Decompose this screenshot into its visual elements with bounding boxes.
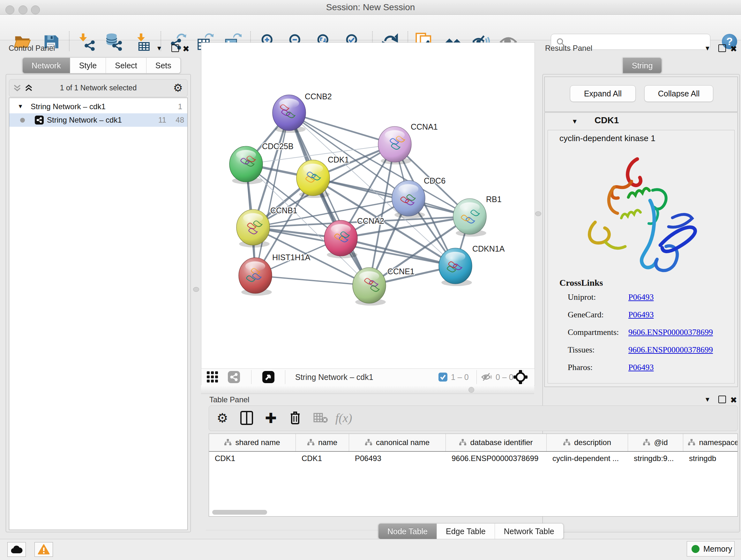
window-titlebar: Session: New Session bbox=[0, 0, 741, 15]
network-label: String Network – cdk1 bbox=[47, 116, 122, 125]
crosslink-row: GeneCard:P06493 bbox=[559, 310, 732, 327]
column-header-name[interactable]: name bbox=[296, 434, 349, 451]
import-network-file-button[interactable] bbox=[76, 31, 97, 52]
tab-network[interactable]: Network bbox=[22, 57, 70, 73]
results-panel-float-icon[interactable] bbox=[718, 44, 726, 52]
table-options-gear-icon[interactable]: ⚙ bbox=[213, 408, 232, 428]
crosshair-icon[interactable] bbox=[513, 369, 528, 385]
control-panel-collapse-icon[interactable]: ▼ bbox=[156, 45, 162, 52]
selected-nodes-edges-count: 1 – 0 bbox=[451, 373, 469, 382]
expand-all-button[interactable]: Expand All bbox=[570, 85, 636, 102]
table-cell[interactable]: stringdb:9... bbox=[628, 452, 683, 465]
delete-table-icon[interactable] bbox=[311, 408, 330, 428]
column-label: database identifier bbox=[470, 438, 533, 447]
tab-string[interactable]: String bbox=[623, 57, 662, 73]
table-panel-collapse-icon[interactable]: ▼ bbox=[704, 396, 711, 403]
network-list-options-gear-icon[interactable]: ⚙ bbox=[173, 81, 183, 94]
crosslink-link[interactable]: P06493 bbox=[628, 363, 654, 372]
results-panel-tabs: String bbox=[623, 57, 662, 73]
scrollbar-thumb[interactable] bbox=[212, 510, 267, 515]
node-gloss bbox=[246, 261, 265, 271]
left-splitter-handle[interactable] bbox=[193, 287, 199, 292]
selected-checkbox-icon bbox=[438, 372, 448, 382]
crosslink-link[interactable]: P06493 bbox=[628, 293, 654, 302]
tab-style[interactable]: Style bbox=[70, 57, 106, 73]
main-toolbar: ? bbox=[0, 15, 741, 40]
network-graph: CCNB2CCNA1CDC25BCDK1CDC6RB1CCNB1CCNA2CDK… bbox=[201, 43, 535, 368]
import-network-database-button[interactable] bbox=[103, 31, 124, 52]
column-header-description[interactable]: description bbox=[547, 434, 628, 451]
node-gloss bbox=[303, 164, 323, 173]
database-network-icon bbox=[104, 33, 123, 51]
memory-button[interactable]: Memory bbox=[687, 541, 735, 557]
toolbar-separator bbox=[251, 370, 252, 384]
column-header--id[interactable]: @id bbox=[628, 434, 683, 451]
hidden-nodes-edges-count: 0 – 0 bbox=[495, 373, 514, 382]
crosslink-link[interactable]: 9606.ENSP00000378699 bbox=[628, 345, 713, 355]
network-collection-row[interactable]: ▼ String Network – cdk1 1 bbox=[9, 100, 187, 113]
network-list-toolbar: 1 of 1 Network selected ⚙ bbox=[9, 79, 188, 97]
crosslink-row: Uniprot:P06493 bbox=[559, 293, 732, 310]
crosslink-link[interactable]: 9606.ENSP00000378699 bbox=[628, 327, 713, 337]
table-type-tabs: Node TableEdge TableNetwork Table bbox=[378, 523, 563, 539]
column-label: name bbox=[318, 438, 337, 447]
table-panel-float-icon[interactable] bbox=[718, 395, 726, 403]
results-buttons-panel: Expand All Collapse All bbox=[544, 77, 738, 112]
warnings-button[interactable] bbox=[35, 542, 53, 557]
node-label: CDK1 bbox=[328, 155, 349, 164]
node-label: HIST1H1A bbox=[272, 253, 311, 262]
column-header-canonical-name[interactable]: canonical name bbox=[349, 434, 446, 451]
horizontal-splitter[interactable] bbox=[201, 385, 534, 394]
results-panel-collapse-icon[interactable]: ▼ bbox=[704, 45, 711, 52]
tab-node-table[interactable]: Node Table bbox=[378, 523, 437, 539]
table-cell[interactable]: CDK1 bbox=[296, 452, 349, 465]
column-header-namespace[interactable]: namespace bbox=[683, 434, 738, 451]
network-canvas[interactable]: CCNB2CCNA1CDC25BCDK1CDC6RB1CCNB1CCNA2CDK… bbox=[201, 43, 535, 369]
delete-column-trash-icon[interactable] bbox=[286, 408, 305, 428]
network-view-toolbar: String Network – cdk1 1 – 0 0 – 0 bbox=[201, 368, 535, 386]
tab-network-table[interactable]: Network Table bbox=[495, 523, 563, 539]
right-splitter-handle[interactable] bbox=[535, 211, 541, 216]
horizontal-scrollbar[interactable] bbox=[209, 510, 738, 515]
status-bar: Memory bbox=[0, 539, 741, 560]
network-selection-status: 1 of 1 Network selected bbox=[9, 84, 187, 92]
tab-edge-table[interactable]: Edge Table bbox=[437, 523, 495, 539]
control-panel-close-icon[interactable]: ✖ bbox=[183, 44, 190, 54]
network-row-selected[interactable]: String Network – cdk1 11 48 bbox=[9, 113, 187, 127]
table-row[interactable]: CDK1CDK1P064939606.ENSP00000378699cyclin… bbox=[209, 452, 738, 465]
table-cell[interactable]: stringdb bbox=[683, 452, 738, 465]
table-cell[interactable]: CDK1 bbox=[209, 452, 296, 465]
show-columns-icon[interactable] bbox=[237, 408, 256, 428]
table-cell[interactable]: 9606.ENSP00000378699 bbox=[446, 452, 547, 465]
crosslink-link[interactable]: P06493 bbox=[628, 310, 654, 320]
grid-view-icon[interactable] bbox=[206, 371, 219, 383]
hidden-eye-slash-icon bbox=[481, 372, 492, 382]
results-panel-close-icon[interactable]: ✖ bbox=[730, 44, 737, 54]
birds-eye-view-icon[interactable] bbox=[262, 371, 275, 383]
toolbar-separator bbox=[69, 31, 70, 51]
function-builder-button[interactable]: f(x) bbox=[334, 408, 353, 428]
protein-card-collapse-icon[interactable]: ▼ bbox=[571, 118, 578, 125]
column-header-shared-name[interactable]: shared name bbox=[209, 434, 296, 451]
node-label: CDC6 bbox=[424, 176, 446, 185]
cloud-tasks-button[interactable] bbox=[7, 542, 26, 557]
node-label: CCNA2 bbox=[357, 216, 384, 226]
control-panel-float-icon[interactable] bbox=[172, 44, 179, 52]
table-cell[interactable]: cyclin-dependent ... bbox=[547, 452, 628, 465]
table-panel-close-icon[interactable]: ✖ bbox=[730, 395, 737, 405]
node-gloss bbox=[359, 271, 379, 281]
import-table-button[interactable] bbox=[132, 31, 153, 52]
network-edge[interactable] bbox=[313, 178, 470, 216]
tree-expand-icon[interactable]: ▼ bbox=[17, 103, 23, 110]
node-gloss bbox=[460, 202, 480, 212]
horizontal-splitter-handle[interactable] bbox=[468, 387, 474, 393]
network-share-icon[interactable] bbox=[227, 371, 240, 383]
create-column-plus-icon[interactable]: ✚ bbox=[261, 408, 280, 428]
table-cell[interactable]: P06493 bbox=[349, 452, 446, 465]
column-header-database-identifier[interactable]: database identifier bbox=[446, 434, 547, 451]
collapse-all-button[interactable]: Collapse All bbox=[644, 85, 713, 102]
tab-select[interactable]: Select bbox=[106, 57, 146, 73]
results-panel-title: Results Panel bbox=[545, 44, 592, 53]
tab-sets[interactable]: Sets bbox=[146, 57, 181, 73]
crosslink-label: Pharos: bbox=[568, 363, 593, 372]
